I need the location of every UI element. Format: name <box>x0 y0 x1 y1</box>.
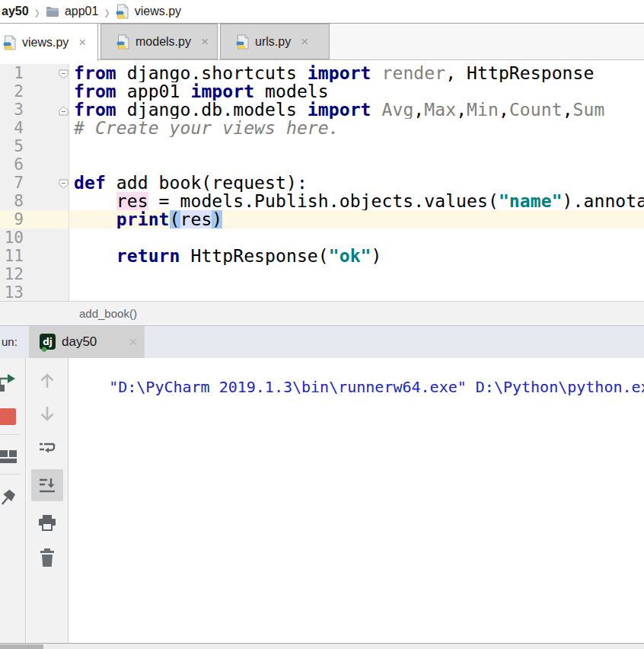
code-text[interactable]: def add_book(request): <box>69 174 644 192</box>
run-tool-window-tabs: un: dj day50 × <box>0 325 644 358</box>
run-label: un: <box>2 326 18 358</box>
code-line-1: 1from django.shortcuts import render, Ht… <box>0 64 644 82</box>
step-down-icon <box>36 403 59 426</box>
step-up-icon <box>36 369 59 392</box>
gutter[interactable]: 10 <box>0 229 69 247</box>
toolbar-separator <box>0 474 21 475</box>
code-line-2: 2from app01 import models <box>0 82 644 101</box>
line-number: 9 <box>0 210 24 229</box>
code-line-6: 6 <box>0 155 644 174</box>
code-line-12: 12 <box>0 265 644 283</box>
pin-tab-icon <box>0 489 18 509</box>
code-line-4: 4# Create your views here. <box>0 119 644 137</box>
line-number: 10 <box>0 229 24 247</box>
gutter[interactable]: 4 <box>0 119 69 137</box>
breadcrumb: ay50›app01›views.py <box>0 0 644 23</box>
chevron-separator-icon: › <box>34 1 40 23</box>
scrollbar-thumb[interactable] <box>0 644 43 649</box>
gutter[interactable]: 13 <box>0 283 69 301</box>
code-text[interactable]: res = models.Publish.objects.values("nam… <box>69 192 644 210</box>
gutter[interactable]: 11 <box>0 247 69 265</box>
gutter[interactable]: 7 <box>0 174 69 192</box>
code-line-9: 9 print(res) <box>0 210 644 229</box>
code-text[interactable] <box>69 137 644 155</box>
gutter[interactable]: 5 <box>0 137 69 155</box>
django-icon: dj <box>39 333 56 352</box>
fold-down-icon[interactable] <box>59 68 69 78</box>
run-tab-label: day50 <box>62 334 97 350</box>
print-icon <box>37 513 57 533</box>
line-number: 12 <box>0 265 24 283</box>
python-file-icon <box>116 4 129 19</box>
code-text[interactable]: from django.shortcuts import render, Htt… <box>69 64 644 82</box>
breadcrumb-item-app01[interactable]: app01 <box>65 5 99 18</box>
stop-button[interactable] <box>0 404 21 430</box>
pin-tab-button[interactable] <box>0 486 21 512</box>
code-text[interactable]: return HttpResponse("ok") <box>69 247 644 265</box>
step-up-button[interactable] <box>34 367 60 393</box>
gutter[interactable]: 1 <box>0 64 69 82</box>
gutter[interactable]: 8 <box>0 192 69 210</box>
code-line-11: 11 return HttpResponse("ok") <box>0 247 644 265</box>
editor-tab-bar: views.py×models.py×urls.py× <box>0 23 644 59</box>
code-text[interactable] <box>69 229 644 247</box>
line-number: 8 <box>0 192 24 210</box>
soft-wrap-button[interactable] <box>34 436 60 462</box>
fold-down-icon[interactable] <box>59 177 69 187</box>
stop-icon <box>0 406 19 427</box>
code-text[interactable]: print(res) <box>69 210 644 229</box>
scroll-to-end-icon <box>37 475 58 496</box>
soft-wrap-icon <box>37 438 58 459</box>
horizontal-scrollbar[interactable] <box>0 643 644 649</box>
gutter[interactable]: 6 <box>0 155 69 174</box>
code-line-7: 7def add_book(request): <box>0 174 644 192</box>
console-line: "D:\PyCharm 2019.1.3\bin\runnerw64.exe" … <box>109 378 644 396</box>
console-toolbar <box>27 358 69 643</box>
code-editor[interactable]: 1from django.shortcuts import render, Ht… <box>0 60 644 301</box>
gutter[interactable]: 9 <box>0 210 69 229</box>
code-line-8: 8 res = models.Publish.objects.values("n… <box>0 192 644 210</box>
line-number: 2 <box>0 82 24 101</box>
member-breadcrumb[interactable]: add_book() <box>79 307 137 320</box>
line-number: 7 <box>0 174 24 192</box>
tab-label: views.py <box>22 36 69 50</box>
print-button[interactable] <box>34 510 60 536</box>
navigation-member-bar: add_book() <box>0 301 644 325</box>
tab-urls-py[interactable]: urls.py× <box>220 24 330 59</box>
gutter[interactable]: 2 <box>0 82 69 101</box>
code-text[interactable] <box>69 283 644 301</box>
rerun-button[interactable] <box>0 369 21 395</box>
gutter[interactable]: 3 <box>0 101 69 119</box>
run-console-output[interactable]: "D:\PyCharm 2019.1.3\bin\runnerw64.exe" … <box>69 358 644 643</box>
line-number: 1 <box>0 64 24 82</box>
tab-label: models.py <box>135 35 191 49</box>
scroll-to-end-button[interactable] <box>31 469 63 501</box>
code-line-10: 10 <box>0 229 644 247</box>
rerun-icon <box>0 371 19 392</box>
code-text[interactable]: # Create your views here. <box>69 119 644 137</box>
code-text[interactable]: from django.db.models import Avg,Max,Min… <box>69 101 644 119</box>
run-tab-day50[interactable]: dj day50 × <box>29 326 145 358</box>
gutter[interactable]: 12 <box>0 265 69 283</box>
code-text[interactable] <box>69 265 644 283</box>
tab-models-py[interactable]: models.py× <box>100 24 218 59</box>
fold-up-icon[interactable] <box>59 104 69 114</box>
breadcrumb-item-ay50[interactable]: ay50 <box>2 5 29 18</box>
step-down-button[interactable] <box>34 401 60 427</box>
code-line-3: 3from django.db.models import Avg,Max,Mi… <box>0 101 644 119</box>
pycharm-window: ay50›app01›views.py views.py×models.py×u… <box>0 0 644 649</box>
line-number: 13 <box>0 283 24 301</box>
close-icon[interactable]: × <box>129 334 137 350</box>
breadcrumb-item-views-py[interactable]: views.py <box>135 5 181 18</box>
code-text[interactable] <box>69 155 644 174</box>
close-icon[interactable]: × <box>78 35 86 50</box>
line-number: 5 <box>0 137 24 155</box>
code-text[interactable]: from app01 import models <box>69 82 644 101</box>
python-file-icon <box>236 34 250 50</box>
tab-views-py[interactable]: views.py× <box>0 24 98 61</box>
close-icon[interactable]: × <box>301 34 308 50</box>
clear-all-button[interactable] <box>34 545 60 571</box>
code-line-5: 5 <box>0 137 644 155</box>
close-icon[interactable]: × <box>201 34 209 50</box>
restore-layout-button[interactable] <box>0 443 21 469</box>
